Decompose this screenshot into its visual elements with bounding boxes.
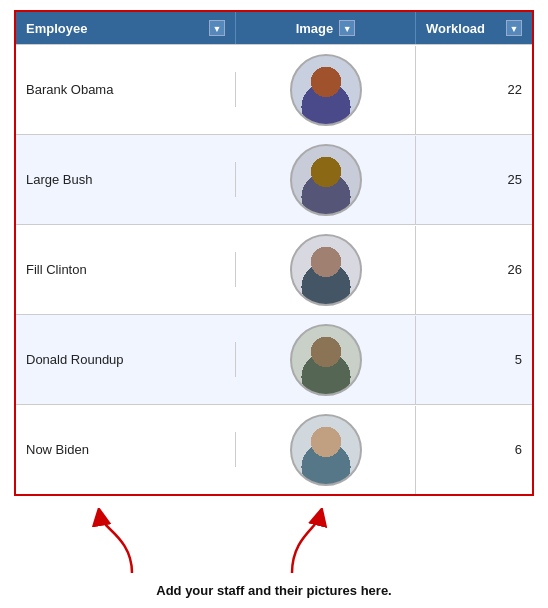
employee-name-5: Now Biden <box>26 442 89 457</box>
table-body: Barank Obama 22 Large Bush 25 Fill Clint… <box>16 44 532 494</box>
workload-value-4: 5 <box>515 352 522 367</box>
cell-employee-5: Now Biden <box>16 432 236 467</box>
cell-employee-4: Donald Roundup <box>16 342 236 377</box>
cell-employee-2: Large Bush <box>16 162 236 197</box>
workload-value-2: 25 <box>508 172 522 187</box>
image-sort-icon[interactable]: ▼ <box>339 20 355 36</box>
employee-name-2: Large Bush <box>26 172 93 187</box>
cell-employee-1: Barank Obama <box>16 72 236 107</box>
cell-image-3 <box>236 226 416 314</box>
cell-employee-3: Fill Clinton <box>16 252 236 287</box>
workload-value-1: 22 <box>508 82 522 97</box>
workload-value-3: 26 <box>508 262 522 277</box>
employee-name-4: Donald Roundup <box>26 352 124 367</box>
employee-name-3: Fill Clinton <box>26 262 87 277</box>
annotation-text: Add your staff and their pictures here. <box>14 583 534 598</box>
image-header-label: Image <box>296 21 334 36</box>
employee-header-label: Employee <box>26 21 87 36</box>
cell-image-4 <box>236 316 416 404</box>
employee-sort-icon[interactable]: ▼ <box>209 20 225 36</box>
table-row: Now Biden 6 <box>16 404 532 494</box>
header-employee[interactable]: Employee ▼ <box>16 12 236 44</box>
cell-image-2 <box>236 136 416 224</box>
table-row: Donald Roundup 5 <box>16 314 532 404</box>
cell-image-5 <box>236 406 416 494</box>
table-row: Barank Obama 22 <box>16 44 532 134</box>
cell-workload-4: 5 <box>416 342 532 377</box>
cell-workload-2: 25 <box>416 162 532 197</box>
employee-name-1: Barank Obama <box>26 82 113 97</box>
header-workload[interactable]: Workload ▼ <box>416 12 532 44</box>
annotation-area: Add your staff and their pictures here. <box>14 508 534 598</box>
avatar-3 <box>290 234 362 306</box>
arrow-left <box>92 508 172 578</box>
workload-sort-icon[interactable]: ▼ <box>506 20 522 36</box>
header-image: Image ▼ <box>236 12 416 44</box>
avatar-2 <box>290 144 362 216</box>
workload-header-label: Workload <box>426 21 485 36</box>
table-container: Employee ▼ Image ▼ Workload ▼ Barank Oba… <box>14 10 534 496</box>
cell-workload-1: 22 <box>416 72 532 107</box>
cell-workload-5: 6 <box>416 432 532 467</box>
avatar-4 <box>290 324 362 396</box>
avatar-5 <box>290 414 362 486</box>
arrow-right <box>252 508 332 578</box>
table-row: Fill Clinton 26 <box>16 224 532 314</box>
workload-value-5: 6 <box>515 442 522 457</box>
table-header: Employee ▼ Image ▼ Workload ▼ <box>16 12 532 44</box>
cell-workload-3: 26 <box>416 252 532 287</box>
table-row: Large Bush 25 <box>16 134 532 224</box>
cell-image-1 <box>236 46 416 134</box>
avatar-1 <box>290 54 362 126</box>
